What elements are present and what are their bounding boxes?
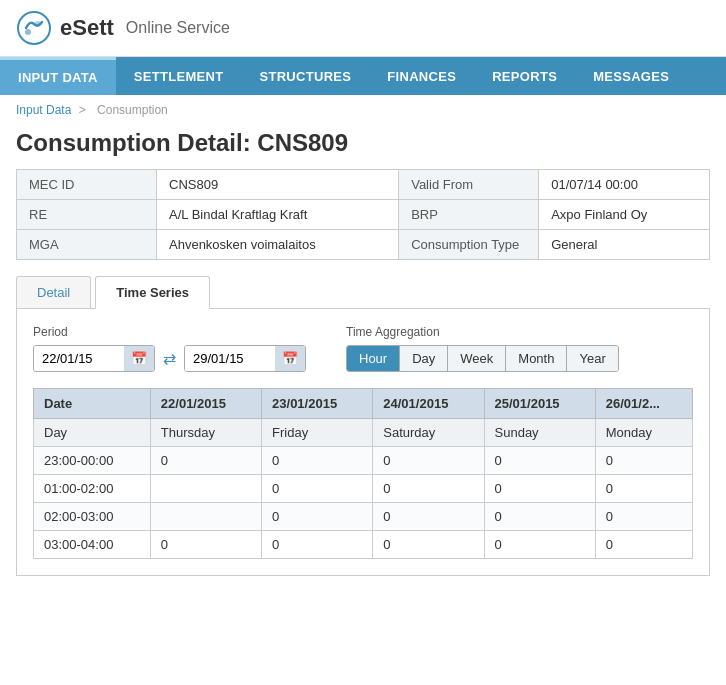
value-consumption-type: General [539,230,710,260]
cell-day-1: Friday [262,419,373,447]
col-header-col5: 26/01/2... [595,389,692,419]
svg-point-2 [35,21,41,27]
cell-0300-0: 0 [150,531,261,559]
table-row: MEC ID CNS809 Valid From 01/07/14 00:00 [17,170,710,200]
page-title: Consumption Detail: CNS809 [0,125,726,169]
info-table: MEC ID CNS809 Valid From 01/07/14 00:00 … [16,169,710,260]
col-header-col2: 23/01/2015 [262,389,373,419]
cell-2300-0: 0 [150,447,261,475]
col-header-col3: 24/01/2015 [373,389,484,419]
cell-0300-4: 0 [595,531,692,559]
cell-2300-4: 0 [595,447,692,475]
aggregation-buttons: Hour Day Week Month Year [346,345,619,372]
table-row: MGA Ahvenkosken voimalaitos Consumption … [17,230,710,260]
table-row: 01:00-02:00 0 0 0 0 [34,475,693,503]
svg-point-0 [18,12,50,44]
header: eSett Online Service [0,0,726,57]
breadcrumb: Input Data > Consumption [0,95,726,125]
label-consumption-type: Consumption Type [399,230,539,260]
breadcrumb-current: Consumption [97,103,168,117]
col-header-col4: 25/01/2015 [484,389,595,419]
value-valid-from: 01/07/14 00:00 [539,170,710,200]
cell-0100-4: 0 [595,475,692,503]
agg-btn-month[interactable]: Month [506,346,567,371]
row-label-0200: 02:00-03:00 [34,503,151,531]
table-row: RE A/L Bindal Kraftlag Kraft BRP Axpo Fi… [17,200,710,230]
table-row: 03:00-04:00 0 0 0 0 0 [34,531,693,559]
cell-2300-1: 0 [262,447,373,475]
col-header-date: Date [34,389,151,419]
svg-point-1 [25,29,31,35]
cell-0100-3: 0 [484,475,595,503]
label-valid-from: Valid From [399,170,539,200]
main-nav: INPUT DATA SETTLEMENT STRUCTURES FINANCE… [0,57,726,95]
table-row-day: Day Thursday Friday Saturday Sunday Mond… [34,419,693,447]
period-label: Period [33,325,306,339]
label-mga: MGA [17,230,157,260]
cell-0200-4: 0 [595,503,692,531]
value-mga: Ahvenkosken voimalaitos [157,230,399,260]
cell-2300-2: 0 [373,447,484,475]
agg-btn-week[interactable]: Week [448,346,506,371]
row-label-0300: 03:00-04:00 [34,531,151,559]
logo-area: eSett Online Service [16,10,230,46]
cell-0100-1: 0 [262,475,373,503]
start-calendar-button[interactable]: 📅 [124,346,154,371]
nav-item-finances[interactable]: FINANCES [369,59,474,94]
cell-day-2: Saturday [373,419,484,447]
col-header-col1: 22/01/2015 [150,389,261,419]
agg-btn-day[interactable]: Day [400,346,448,371]
cell-0100-2: 0 [373,475,484,503]
period-row: Period 📅 ⇄ 📅 Time Aggregation Hour Day W… [33,325,693,372]
value-brp: Axpo Finland Oy [539,200,710,230]
logo-subtitle: Online Service [126,19,230,37]
table-row: 23:00-00:00 0 0 0 0 0 [34,447,693,475]
tab-time-series[interactable]: Time Series [95,276,210,309]
cell-day-0: Thursday [150,419,261,447]
row-label-day: Day [34,419,151,447]
label-mec-id: MEC ID [17,170,157,200]
nav-item-structures[interactable]: STRUCTURES [241,59,369,94]
breadcrumb-separator: > [79,103,86,117]
row-label-2300: 23:00-00:00 [34,447,151,475]
nav-item-settlement[interactable]: SETTLEMENT [116,59,242,94]
cell-2300-3: 0 [484,447,595,475]
period-inputs: 📅 ⇄ 📅 [33,345,306,372]
start-date-input[interactable] [34,346,124,371]
breadcrumb-parent[interactable]: Input Data [16,103,71,117]
row-label-0100: 01:00-02:00 [34,475,151,503]
table-header-row: Date 22/01/2015 23/01/2015 24/01/2015 25… [34,389,693,419]
end-calendar-button[interactable]: 📅 [275,346,305,371]
table-row: 02:00-03:00 0 0 0 0 [34,503,693,531]
agg-btn-year[interactable]: Year [567,346,617,371]
data-table: Date 22/01/2015 23/01/2015 24/01/2015 25… [33,388,693,559]
nav-item-input-data[interactable]: INPUT DATA [0,57,116,95]
end-date-wrap: 📅 [184,345,306,372]
aggregation-label: Time Aggregation [346,325,619,339]
aggregation-group: Time Aggregation Hour Day Week Month Yea… [346,325,619,372]
value-mec-id: CNS809 [157,170,399,200]
label-re: RE [17,200,157,230]
nav-item-messages[interactable]: MESSAGES [575,59,687,94]
tab-detail[interactable]: Detail [16,276,91,308]
cell-0100-0 [150,475,261,503]
start-date-wrap: 📅 [33,345,155,372]
end-date-input[interactable] [185,346,275,371]
nav-item-reports[interactable]: REPORTS [474,59,575,94]
cell-day-3: Sunday [484,419,595,447]
label-brp: BRP [399,200,539,230]
cell-0300-3: 0 [484,531,595,559]
period-group: Period 📅 ⇄ 📅 [33,325,306,372]
cell-0200-3: 0 [484,503,595,531]
cell-0200-0 [150,503,261,531]
cell-day-4: Monday [595,419,692,447]
logo-icon [16,10,52,46]
cell-0300-1: 0 [262,531,373,559]
agg-btn-hour[interactable]: Hour [347,346,400,371]
value-re: A/L Bindal Kraftlag Kraft [157,200,399,230]
cell-0300-2: 0 [373,531,484,559]
cell-0200-2: 0 [373,503,484,531]
tabs-container: Detail Time Series [16,276,710,309]
time-series-panel: Period 📅 ⇄ 📅 Time Aggregation Hour Day W… [16,309,710,576]
swap-dates-button[interactable]: ⇄ [161,349,178,368]
